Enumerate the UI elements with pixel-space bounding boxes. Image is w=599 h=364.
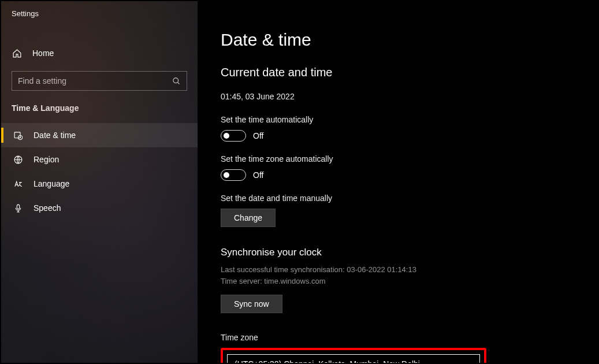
auto-timezone-state: Off	[253, 170, 263, 180]
sync-server-text: Time server: time.windows.com	[221, 276, 598, 287]
sync-last-text: Last successful time synchronisation: 03…	[221, 264, 598, 276]
sidebar-item-date-time[interactable]: Date & time	[1, 123, 198, 147]
calendar-clock-icon	[13, 130, 23, 140]
category-title: Time & Language	[1, 91, 198, 123]
search-icon	[172, 77, 181, 86]
sidebar-item-speech[interactable]: Speech	[1, 196, 198, 220]
auto-timezone-toggle[interactable]	[221, 169, 246, 181]
sync-now-button[interactable]: Sync now	[221, 295, 282, 313]
app-title: Settings	[1, 7, 198, 18]
sidebar-item-region[interactable]: Region	[1, 147, 198, 172]
current-datetime-value: 01:45, 03 June 2022	[221, 92, 598, 101]
sidebar-item-language[interactable]: Language	[1, 172, 198, 196]
svg-point-0	[173, 77, 178, 83]
globe-icon	[13, 154, 23, 165]
language-icon	[13, 179, 23, 189]
sync-info: Last successful time synchronisation: 03…	[221, 264, 598, 287]
timezone-label: Time zone	[221, 333, 598, 342]
timezone-highlight: (UTC+05:30) Chennai, Kolkata, Mumbai, Ne…	[221, 348, 486, 363]
home-label: Home	[32, 49, 54, 58]
home-icon	[12, 48, 22, 58]
timezone-dropdown[interactable]: (UTC+05:30) Chennai, Kolkata, Mumbai, Ne…	[227, 354, 480, 363]
sidebar-item-label: Region	[34, 155, 59, 164]
svg-line-1	[177, 82, 179, 84]
timezone-value: (UTC+05:30) Chennai, Kolkata, Mumbai, Ne…	[235, 359, 420, 363]
sidebar-item-label: Speech	[34, 203, 61, 213]
search-field[interactable]	[18, 76, 172, 86]
auto-time-label: Set the time automatically	[221, 115, 598, 124]
main-content: Date & time Current date and time 01:45,…	[198, 1, 598, 363]
home-button[interactable]: Home	[1, 42, 198, 64]
auto-time-state: Off	[253, 131, 263, 140]
sidebar: Settings Home Time & Language Date & tim…	[1, 1, 198, 363]
sidebar-item-label: Date & time	[34, 131, 76, 140]
sidebar-item-label: Language	[34, 179, 69, 188]
section-current-datetime: Current date and time	[221, 66, 598, 79]
change-button[interactable]: Change	[221, 209, 276, 227]
microphone-icon	[13, 203, 23, 213]
sync-title: Synchronise your clock	[221, 247, 598, 258]
svg-rect-5	[17, 205, 19, 209]
search-input[interactable]	[12, 71, 187, 91]
auto-timezone-label: Set the time zone automatically	[221, 154, 598, 164]
chevron-down-icon	[466, 361, 472, 363]
svg-rect-2	[14, 132, 20, 138]
manual-set-label: Set the date and time manually	[221, 194, 598, 203]
auto-time-toggle[interactable]	[221, 130, 246, 142]
page-title: Date & time	[221, 30, 598, 50]
